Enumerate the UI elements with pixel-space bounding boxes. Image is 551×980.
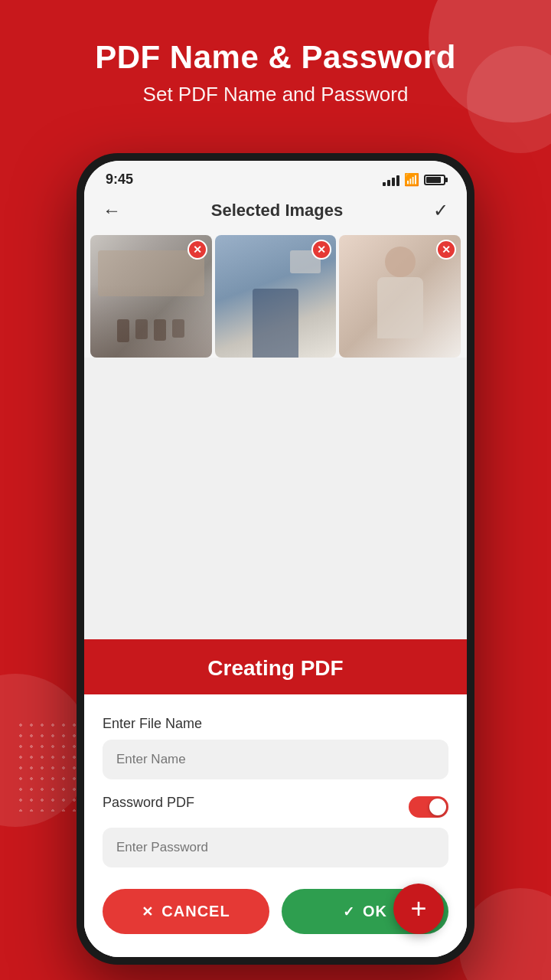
page-title: PDF Name & Password xyxy=(31,38,520,77)
status-bar: 9:45 📶 xyxy=(84,161,467,192)
page-subtitle: Set PDF Name and Password xyxy=(31,83,520,106)
cancel-button[interactable]: ✕ CANCEL xyxy=(103,889,269,934)
dialog-title: Creating PDF xyxy=(103,656,448,681)
ok-label: OK xyxy=(363,903,387,920)
remove-image-3-button[interactable]: ✕ xyxy=(436,240,456,260)
password-row: Password PDF xyxy=(103,795,448,818)
password-label: Password PDF xyxy=(103,795,194,811)
cancel-x-icon: ✕ xyxy=(142,903,154,920)
image-grid: ✕ ✕ ✕ xyxy=(84,229,467,358)
status-time: 9:45 xyxy=(106,172,133,188)
cancel-label: CANCEL xyxy=(161,903,230,920)
phone-screen: 9:45 📶 ← Selected Images ✓ xyxy=(84,161,467,957)
confirm-button[interactable]: ✓ xyxy=(433,200,448,221)
battery-icon xyxy=(424,175,445,185)
wifi-icon: 📶 xyxy=(404,172,419,187)
topbar-title: Selected Images xyxy=(211,201,343,220)
password-toggle[interactable] xyxy=(409,796,448,818)
image-thumb-2: ✕ xyxy=(215,235,337,358)
phone-mockup: 9:45 📶 ← Selected Images ✓ xyxy=(77,153,474,965)
password-input[interactable] xyxy=(103,828,448,867)
app-topbar: ← Selected Images ✓ xyxy=(84,192,467,229)
fab-add-button[interactable]: + xyxy=(393,884,444,934)
image-thumb-1: ✕ xyxy=(90,235,212,358)
signal-icon xyxy=(383,174,399,186)
file-name-label: Enter File Name xyxy=(103,716,448,732)
remove-image-1-button[interactable]: ✕ xyxy=(187,240,207,260)
back-button[interactable]: ← xyxy=(103,200,121,221)
toggle-knob xyxy=(429,799,446,815)
file-name-input[interactable] xyxy=(103,740,448,779)
image-thumb-3: ✕ xyxy=(339,235,461,358)
remove-image-2-button[interactable]: ✕ xyxy=(311,240,331,260)
dialog-header: Creating PDF xyxy=(84,639,467,694)
fab-plus-icon: + xyxy=(410,893,426,925)
ok-check-icon: ✓ xyxy=(343,903,355,920)
status-icons: 📶 xyxy=(383,172,445,187)
header-section: PDF Name & Password Set PDF Name and Pas… xyxy=(0,0,551,129)
